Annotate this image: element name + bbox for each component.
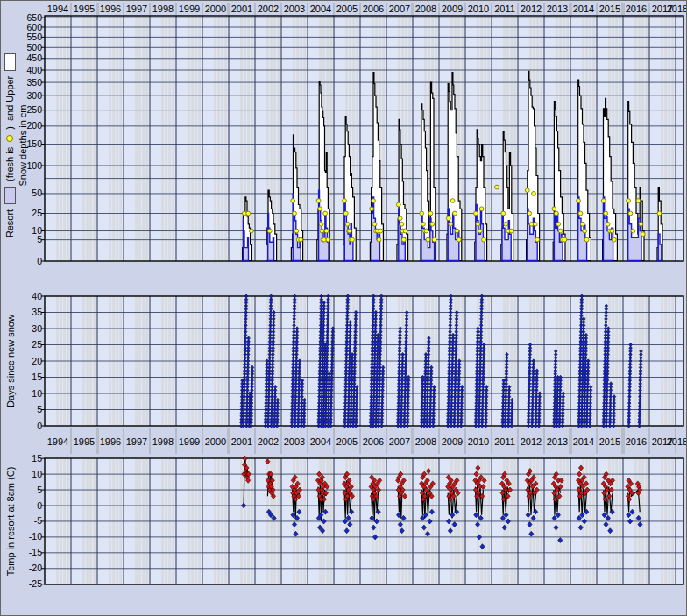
fresh-snow-point [432, 237, 436, 242]
upper-swatch-icon [4, 53, 16, 71]
days-ytick-label: 20 [32, 356, 42, 366]
fresh-snow-point [450, 199, 455, 203]
month-stripe [240, 16, 243, 261]
month-stripe [63, 16, 66, 261]
month-stripe [277, 16, 280, 261]
year-label: 2001 [231, 436, 252, 447]
month-stripe [540, 16, 542, 261]
temp-axis-title: Temp in resort at 8am (C) [4, 443, 17, 600]
month-stripe [195, 16, 197, 261]
fresh-snow-point [430, 222, 435, 226]
year-label: 2011 [494, 4, 515, 14]
fresh-snow-point [627, 199, 631, 203]
snow-ytick-label: 250 [26, 104, 42, 115]
year-label: 2008 [415, 4, 436, 14]
snow-ytick-label: 100 [26, 160, 42, 171]
snow-axis-outer-title: Resort (fresh is ) and Upper [3, 23, 17, 268]
fresh-snow-point [478, 229, 482, 233]
fresh-snow-point [403, 229, 407, 233]
fresh-snow-point [400, 222, 404, 226]
snow-ytick-label: 400 [26, 65, 42, 75]
fresh-snow-point [563, 237, 567, 242]
fresh-snow-point [554, 211, 558, 216]
year-label: 2012 [521, 436, 542, 447]
year-label: 2009 [442, 436, 463, 447]
month-stripe [303, 16, 306, 261]
year-label: 2015 [599, 4, 620, 14]
fresh-snow-point [428, 211, 433, 216]
month-stripe [109, 16, 111, 261]
year-axis-middle: 1994199519961997199819992000200120022003… [47, 428, 687, 454]
fresh-snow-point [482, 237, 486, 242]
temp-ytick-label: 10 [32, 469, 42, 479]
year-label: 1999 [179, 436, 200, 447]
fresh-snow-point [509, 229, 513, 233]
month-stripe [513, 16, 516, 261]
upper-label: and Upper [4, 76, 15, 121]
month-stripe [619, 16, 621, 261]
year-label: 1999 [179, 4, 200, 14]
days-ytick-label: 15 [32, 372, 42, 382]
fresh-snow-point [657, 211, 662, 216]
temp-ytick-label: -20 [29, 563, 42, 573]
year-label: 2009 [442, 4, 463, 14]
fresh-snow-point [420, 211, 424, 216]
year-label: 2016 [626, 436, 647, 447]
fresh-snow-point [631, 229, 635, 233]
fresh-snow-point [457, 237, 461, 242]
month-stripe [168, 16, 171, 261]
fresh-snow-point [558, 229, 563, 233]
year-label: 1997 [126, 436, 147, 447]
month-stripe [60, 16, 62, 261]
temp-ytick-label: -10 [29, 531, 42, 542]
temp-axis-title-text: Temp in resort at 8am (C) [5, 467, 16, 577]
snow-ytick-label: 450 [26, 53, 42, 63]
month-stripe [119, 16, 122, 261]
month-stripe [668, 16, 670, 261]
fresh-snow-point [455, 229, 459, 233]
days-ytick-label: 35 [32, 307, 42, 317]
year-label: 2005 [336, 436, 358, 447]
year-label: 2015 [599, 436, 620, 447]
year-label: 2018 [667, 436, 687, 447]
month-stripe [145, 16, 148, 261]
month-stripe [172, 16, 174, 261]
temp-ytick-label: -25 [29, 578, 42, 589]
year-label: 2008 [415, 436, 436, 447]
year-label: 2010 [468, 4, 489, 14]
fresh-snow-point [641, 232, 645, 237]
year-label: 1994 [47, 436, 68, 447]
year-label: 2007 [389, 436, 410, 447]
fresh-snow-point [495, 185, 499, 189]
fresh-snow-point [372, 199, 376, 203]
fresh-snow-point [535, 237, 540, 242]
fresh-snow-point [476, 222, 480, 226]
temp-ytick-label: -15 [29, 547, 42, 557]
fresh-snow-point [319, 222, 323, 226]
snow-axis-title: Snow depths in cm [17, 40, 29, 251]
fresh-snow-point [474, 211, 478, 216]
fresh-snow-point [372, 222, 377, 226]
year-label: 2000 [205, 4, 226, 14]
fresh-snow-point [601, 199, 606, 203]
fresh-snow-point [533, 222, 537, 226]
resort-swatch-icon [4, 187, 16, 204]
month-stripe [566, 16, 569, 261]
days-ytick-label: 5 [37, 404, 42, 414]
year-label: 2007 [389, 4, 410, 14]
days-ytick-label: 25 [32, 339, 42, 350]
year-label: 2013 [547, 436, 568, 447]
fresh-snow-point [610, 229, 614, 233]
year-label: 1996 [100, 436, 121, 447]
days-axis-title-text: Days since new snow [5, 315, 16, 407]
days-axis-title: Days since new snow [4, 291, 17, 431]
year-label: 2011 [494, 436, 515, 447]
fresh-snow-point [583, 229, 587, 233]
snow-ytick-label: 5 [37, 234, 42, 244]
snow-ytick-label: 150 [26, 138, 42, 149]
fresh-snow-point [501, 211, 506, 216]
snow-ytick-label: 25 [32, 208, 42, 218]
snow-ytick-label: 0 [37, 256, 42, 266]
month-stripe [188, 16, 190, 261]
fresh-snow-point [504, 222, 508, 226]
